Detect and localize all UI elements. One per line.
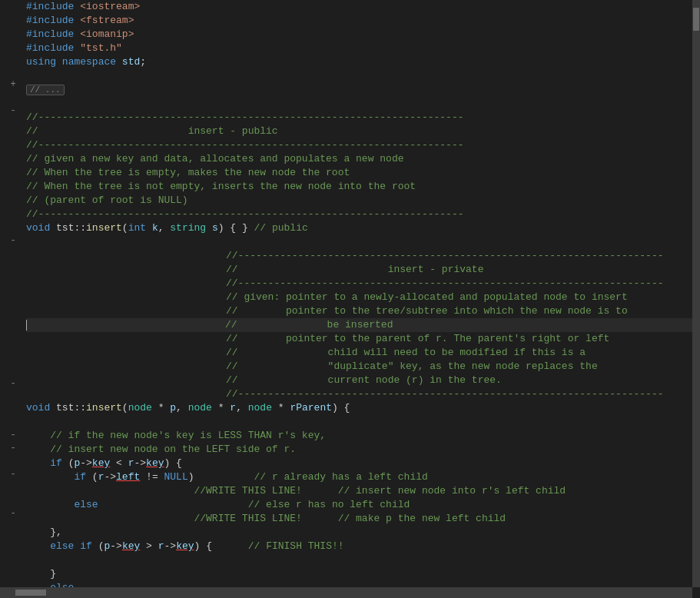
gutter-38 bbox=[0, 481, 22, 494]
gutter-28 bbox=[0, 350, 22, 364]
var-r-3: r bbox=[158, 540, 164, 553]
line-close-brace-2: } bbox=[26, 567, 700, 581]
param-k: k bbox=[152, 221, 158, 235]
line-include-iomanip: #include <iomanip> bbox=[26, 28, 700, 42]
scrollbar-horizontal-thumb[interactable] bbox=[15, 590, 46, 596]
line-priv-given: // given: pointer to a newly-allocated a… bbox=[26, 291, 700, 304]
scrollbar-vertical-thumb[interactable] bbox=[693, 8, 699, 31]
gutter-16 bbox=[0, 195, 22, 208]
comment-priv-ptr1: // pointer to the tree/subtree into whic… bbox=[226, 304, 628, 318]
comment-left-child: // r already has a left child bbox=[254, 470, 428, 484]
var-p-1: p bbox=[74, 457, 80, 470]
fn-insert-1: insert bbox=[86, 221, 122, 235]
fold-37[interactable]: - bbox=[8, 469, 18, 480]
gutter-7[interactable]: + bbox=[0, 78, 22, 91]
line-comment-insert-pub: // insert - public bbox=[26, 125, 700, 138]
fold-34[interactable]: - bbox=[8, 430, 18, 440]
comment-when-not-empty: // When the tree is not empty, inserts t… bbox=[26, 180, 416, 194]
line-void-insert-priv: void tst::insert(node * p, node * r, nod… bbox=[26, 401, 700, 415]
line-priv-dash1: //--------------------------------------… bbox=[26, 249, 700, 263]
gutter-30[interactable]: - bbox=[0, 377, 22, 390]
gutter-40[interactable]: - bbox=[0, 507, 22, 520]
preprocessor-3: #include bbox=[26, 28, 74, 42]
comment-priv-current: // current node (r) in the tree. bbox=[226, 374, 502, 387]
kw-if-2: if bbox=[74, 470, 86, 484]
line-priv-dash2: //--------------------------------------… bbox=[26, 277, 700, 291]
gutter-43 bbox=[0, 546, 22, 559]
gutter-42 bbox=[0, 533, 22, 546]
fold-30[interactable]: - bbox=[8, 378, 18, 389]
var-key-3: key bbox=[122, 540, 140, 553]
comment-priv-child: // child will need to be modified if thi… bbox=[226, 346, 586, 360]
scrollbar-vertical[interactable] bbox=[692, 0, 700, 587]
comment-priv-given: // given: pointer to a newly-allocated a… bbox=[226, 291, 628, 304]
comment-given: // given a new key and data, allocates a… bbox=[26, 152, 403, 166]
gutter-11 bbox=[0, 130, 22, 143]
class-name-2: tst bbox=[56, 401, 74, 415]
comment-priv-ptr2: // pointer to the parent of r. The paren… bbox=[226, 332, 609, 346]
comment-dash1: //--------------------------------------… bbox=[26, 111, 464, 125]
comment-priv-insert: // insert - private bbox=[226, 263, 483, 277]
var-left-1: left bbox=[116, 470, 140, 484]
gutter-35[interactable]: - bbox=[0, 442, 22, 455]
gutter-45 bbox=[0, 572, 22, 585]
kw-void-1: void bbox=[26, 221, 50, 235]
type-node-1: node bbox=[128, 401, 152, 415]
arrow-3: -> bbox=[104, 470, 116, 484]
line-dash3: //--------------------------------------… bbox=[26, 208, 700, 221]
gutter-23 bbox=[0, 286, 22, 299]
line-blank-2 bbox=[26, 97, 700, 111]
gutter: + - - - bbox=[0, 0, 22, 598]
gutter-12 bbox=[0, 143, 22, 156]
line-blank-4 bbox=[26, 415, 700, 429]
line-write-this-1: //WRITE THIS LINE! // insert new node in… bbox=[26, 484, 700, 498]
arrow-4: -> bbox=[110, 540, 122, 553]
line-priv-beins: // be inserted bbox=[26, 318, 700, 332]
fold-7[interactable]: + bbox=[8, 79, 18, 90]
gutter-41 bbox=[0, 520, 22, 533]
gutter-25 bbox=[0, 312, 22, 325]
gutter-8 bbox=[0, 91, 22, 104]
ns-std: std bbox=[122, 55, 140, 69]
fold-35[interactable]: - bbox=[8, 443, 18, 453]
line-using: using namespace std; bbox=[26, 55, 700, 69]
gutter-44 bbox=[0, 559, 22, 572]
line-comment-given: // given a new key and data, allocates a… bbox=[26, 152, 700, 166]
gutter-19[interactable]: - bbox=[0, 234, 22, 247]
gutter-32 bbox=[0, 403, 22, 416]
gutter-9[interactable]: - bbox=[0, 104, 22, 117]
kw-else-1: else bbox=[74, 498, 98, 512]
line-void-insert-pub: void tst::insert(int k, string s) { } //… bbox=[26, 221, 700, 235]
line-blank-5 bbox=[26, 553, 700, 567]
line-priv-insert: // insert - private bbox=[26, 263, 700, 277]
gutter-37[interactable]: - bbox=[0, 468, 22, 481]
gutter-10 bbox=[0, 117, 22, 130]
line-priv-child: // child will need to be modified if thi… bbox=[26, 346, 700, 360]
gutter-31 bbox=[0, 390, 22, 403]
comment-priv-dash3: //--------------------------------------… bbox=[226, 387, 664, 401]
fold-9[interactable]: - bbox=[8, 105, 18, 116]
line-priv-ptr2: // pointer to the parent of r. The paren… bbox=[26, 332, 700, 346]
kw-namespace: namespace bbox=[62, 55, 116, 69]
fold-19[interactable]: - bbox=[8, 235, 18, 246]
line-dash2: //--------------------------------------… bbox=[26, 138, 700, 152]
line-comment-if-less: // if the new node's key is LESS THAN r'… bbox=[26, 429, 700, 443]
code-area: + - - - bbox=[0, 0, 700, 598]
gutter-34[interactable]: - bbox=[0, 429, 22, 442]
kw-else-2: else bbox=[50, 540, 74, 553]
include-path-1: <iostream> bbox=[80, 0, 140, 14]
comment-insert-left: // insert new node on the LEFT side of r… bbox=[50, 443, 296, 457]
kw-null-1: NULL bbox=[164, 470, 188, 484]
collapsed-block[interactable]: // ... bbox=[26, 85, 65, 95]
fold-40[interactable]: - bbox=[8, 508, 18, 519]
arrow-1: -> bbox=[80, 457, 92, 470]
preprocessor-4: #include bbox=[26, 42, 74, 55]
var-r-1: r bbox=[128, 457, 134, 470]
scrollbar-horizontal[interactable] bbox=[0, 587, 692, 598]
line-include-iostream: #include <iostream> bbox=[26, 0, 700, 14]
comment-priv-dup: // "duplicate" key, as the new node repl… bbox=[226, 360, 598, 374]
line-blank-1 bbox=[26, 69, 700, 83]
gutter-18 bbox=[0, 221, 22, 234]
gutter-5 bbox=[0, 52, 22, 65]
include-path-4: "tst.h" bbox=[80, 42, 122, 55]
